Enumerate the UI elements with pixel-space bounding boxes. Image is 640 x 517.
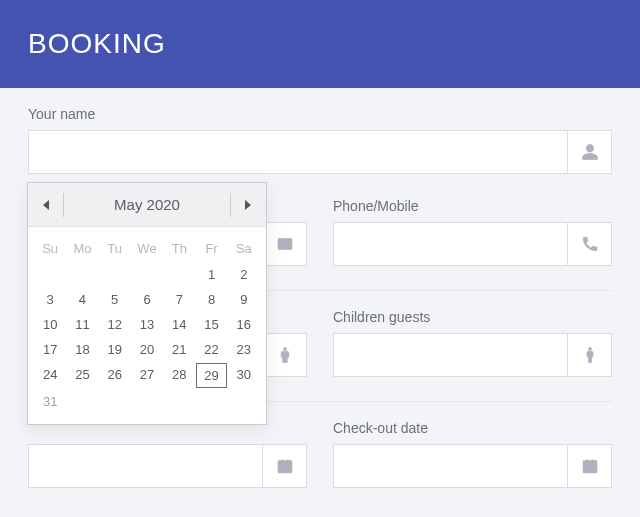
calendar-day[interactable]: 12 xyxy=(100,313,130,336)
calendar-day[interactable]: 14 xyxy=(164,313,194,336)
checkin-input[interactable] xyxy=(29,445,262,487)
next-month-button[interactable] xyxy=(230,183,266,227)
svg-point-1 xyxy=(283,348,286,351)
person-icon xyxy=(567,131,611,173)
chevron-left-icon xyxy=(43,200,49,210)
calendar-icon xyxy=(567,445,611,487)
calendar-day[interactable]: 27 xyxy=(132,363,162,388)
male-icon xyxy=(262,334,306,376)
phone-icon xyxy=(567,223,611,265)
calendar-day[interactable]: 30 xyxy=(229,363,259,388)
calendar-header: May 2020 xyxy=(28,183,266,227)
calendar-day[interactable]: 15 xyxy=(196,313,226,336)
calendar-day[interactable]: 25 xyxy=(67,363,97,388)
calendar-day[interactable]: 17 xyxy=(35,338,65,361)
calendar-day[interactable]: 19 xyxy=(100,338,130,361)
calendar-day[interactable]: 2 xyxy=(229,263,259,286)
calendar-day[interactable]: 7 xyxy=(164,288,194,311)
calendar-day[interactable]: 5 xyxy=(100,288,130,311)
phone-label: Phone/Mobile xyxy=(333,198,612,214)
calendar-day[interactable]: 11 xyxy=(67,313,97,336)
name-label: Your name xyxy=(28,106,612,122)
calendar-day[interactable]: 8 xyxy=(196,288,226,311)
calendar-day[interactable]: 29 xyxy=(196,363,226,388)
calendar-weekday: We xyxy=(131,235,163,262)
calendar-day[interactable]: 23 xyxy=(229,338,259,361)
calendar-day[interactable]: 22 xyxy=(196,338,226,361)
checkout-label: Check-out date xyxy=(333,420,612,436)
phone-input[interactable] xyxy=(334,223,567,265)
calendar-day[interactable]: 10 xyxy=(35,313,65,336)
children-label: Children guests xyxy=(333,309,612,325)
calendar-day[interactable]: 24 xyxy=(35,363,65,388)
calendar-day[interactable]: 4 xyxy=(67,288,97,311)
svg-point-2 xyxy=(588,348,591,351)
children-field xyxy=(333,333,612,377)
checkout-input[interactable] xyxy=(334,445,567,487)
calendar-day[interactable]: 31 xyxy=(35,390,65,413)
chevron-right-icon xyxy=(245,200,251,210)
calendar-day[interactable]: 28 xyxy=(164,363,194,388)
calendar-day[interactable]: 1 xyxy=(196,263,226,286)
name-input[interactable] xyxy=(29,131,567,173)
calendar-day[interactable]: 18 xyxy=(67,338,97,361)
checkout-field xyxy=(333,444,612,488)
calendar-icon xyxy=(262,445,306,487)
calendar-weekday: Fr xyxy=(195,235,227,262)
calendar-day[interactable]: 3 xyxy=(35,288,65,311)
calendar-day[interactable]: 20 xyxy=(132,338,162,361)
phone-field xyxy=(333,222,612,266)
mail-icon xyxy=(262,223,306,265)
calendar-weekday: Th xyxy=(163,235,195,262)
calendar-day[interactable]: 26 xyxy=(100,363,130,388)
calendar-weekday: Mo xyxy=(66,235,98,262)
calendar-day[interactable]: 21 xyxy=(164,338,194,361)
calendar-title[interactable]: May 2020 xyxy=(64,196,230,213)
calendar-weekday: Tu xyxy=(99,235,131,262)
children-input[interactable] xyxy=(334,334,567,376)
female-icon xyxy=(567,334,611,376)
calendar-day[interactable]: 13 xyxy=(132,313,162,336)
name-field xyxy=(28,130,612,174)
page-title: BOOKING xyxy=(28,28,612,60)
checkin-field xyxy=(28,444,307,488)
date-picker: May 2020 SuMoTuWeThFrSa00000123456789101… xyxy=(27,182,267,425)
calendar-day[interactable]: 9 xyxy=(229,288,259,311)
prev-month-button[interactable] xyxy=(28,183,64,227)
page-header: BOOKING xyxy=(0,0,640,88)
calendar-weekday: Sa xyxy=(228,235,260,262)
calendar-weekday: Su xyxy=(34,235,66,262)
calendar-day[interactable]: 16 xyxy=(229,313,259,336)
calendar-grid: SuMoTuWeThFrSa00000123456789101112131415… xyxy=(28,227,266,424)
calendar-day[interactable]: 6 xyxy=(132,288,162,311)
